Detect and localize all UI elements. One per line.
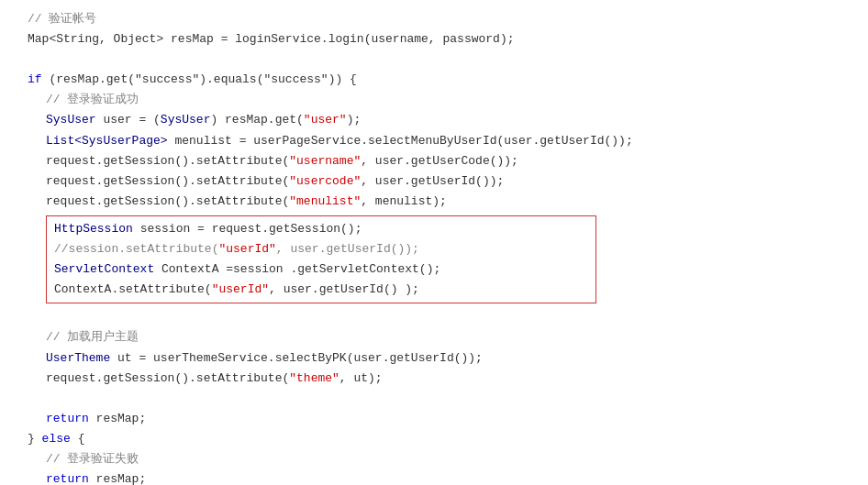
code-text: , user.getUserCode());: [361, 151, 518, 171]
code-line: request.getSession().setAttribute( "user…: [46, 171, 850, 192]
string-literal: "menulist": [289, 192, 361, 212]
code-text: request.getSession().setAttribute(: [46, 369, 289, 389]
code-text: user = (: [96, 110, 161, 130]
code-type: SysUser: [46, 110, 96, 130]
code-line: request.getSession().setAttribute( "them…: [46, 369, 850, 389]
code-text: ContextA.setAttribute(: [54, 280, 212, 300]
keyword-return: return: [46, 409, 89, 429]
code-type: List<SysUserPage>: [46, 131, 168, 151]
code-line: // 加载用户主题: [46, 327, 850, 347]
comment: //session.setAttribute(: [54, 239, 218, 259]
highlight-box-wrapper: HttpSession session = request.getSession…: [46, 215, 850, 303]
keyword-return: return: [46, 469, 89, 485]
code-type: UserTheme: [46, 348, 110, 369]
code-text: resMap;: [89, 409, 146, 429]
string-literal: "user": [304, 110, 347, 130]
code-line: } else {: [28, 429, 850, 449]
code-text: menulist = userPageService.selectMenuByU…: [168, 131, 633, 151]
string-literal: "userId": [212, 280, 269, 300]
keyword-else: else: [42, 429, 71, 449]
keyword-if: if: [28, 70, 42, 90]
code-line: UserTheme ut = userThemeService.selectBy…: [46, 348, 850, 369]
code-type: HttpSession: [54, 219, 133, 239]
string-literal: "username": [289, 151, 361, 171]
comment: // 验证帐号: [28, 9, 96, 29]
code-type: SysUser: [161, 110, 211, 130]
code-text: , user.getUserId());: [361, 171, 504, 192]
code-line: ServletContext ContextA =session .getSer…: [54, 259, 588, 280]
code-text: request.getSession().setAttribute(: [46, 171, 289, 192]
code-text: resMap;: [89, 469, 146, 485]
code-text: request.getSession().setAttribute(: [46, 151, 289, 171]
string-literal: "usercode": [289, 171, 361, 192]
comment: // 加载用户主题: [46, 327, 139, 347]
string-literal: "theme": [289, 369, 339, 389]
code-line: // 登录验证成功: [46, 90, 850, 110]
code-line: return resMap;: [46, 409, 850, 429]
code-line: [9, 307, 850, 327]
code-line: [9, 50, 850, 70]
code-text: ut = userThemeService.selectByPK(user.ge…: [110, 348, 483, 369]
code-line: // 登录验证失败: [46, 449, 850, 469]
code-line: [9, 389, 850, 409]
code-line: request.getSession().setAttribute( "user…: [46, 151, 850, 171]
code-line: // 验证帐号: [28, 9, 850, 29]
code-text: Map<String, Object> resMap = loginServic…: [28, 29, 515, 50]
code-text: , ut);: [339, 369, 383, 389]
code-line: //session.setAttribute( "userId" , user.…: [54, 239, 588, 259]
code-text: ) resMap.get(: [210, 110, 303, 130]
code-text: ContextA =session .getServletContext();: [154, 259, 440, 280]
code-text: session = request.getSession();: [133, 219, 362, 239]
code-container: // 验证帐号 Map<String, Object> resMap = log…: [0, 0, 868, 485]
code-line: return resMap;: [46, 469, 850, 485]
code-line: List<SysUserPage> menulist = userPageSer…: [46, 131, 850, 151]
highlight-box: HttpSession session = request.getSession…: [46, 215, 596, 303]
comment: // 登录验证失败: [46, 449, 139, 469]
code-text: {: [71, 429, 85, 449]
code-line: if (resMap.get("success").equals("succes…: [28, 70, 850, 90]
code-type: ServletContext: [54, 259, 154, 280]
code-line: HttpSession session = request.getSession…: [54, 219, 588, 239]
string-literal: "userId": [218, 239, 275, 259]
comment: , user.getUserId());: [276, 239, 419, 259]
code-line: request.getSession().setAttribute( "menu…: [46, 192, 850, 212]
code-text: }: [28, 429, 42, 449]
code-text: , user.getUserId() );: [269, 280, 419, 300]
code-line: SysUser user = ( SysUser ) resMap.get( "…: [46, 110, 850, 130]
comment: // 登录验证成功: [46, 90, 139, 110]
code-line: Map<String, Object> resMap = loginServic…: [28, 29, 850, 50]
code-line: ContextA.setAttribute( "userId" , user.g…: [54, 280, 588, 300]
code-text: (resMap.get("success").equals("success")…: [42, 70, 357, 90]
code-text: );: [347, 110, 362, 130]
code-text: , menulist);: [361, 192, 447, 212]
code-text: request.getSession().setAttribute(: [46, 192, 289, 212]
